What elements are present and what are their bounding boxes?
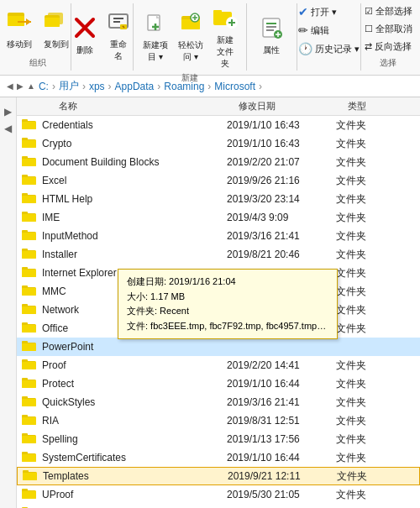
tooltip-size: 大小: 1.17 MB — [127, 290, 328, 305]
folder-icon — [22, 154, 39, 170]
table-row[interactable]: IME2019/4/3 9:09文件夹 — [17, 208, 420, 227]
folder-icon — [22, 118, 39, 134]
file-type: 文件夹 — [336, 377, 420, 391]
ribbon-content: 移动到 复制到 组织 — [0, 3, 420, 71]
file-name: Templates — [43, 470, 228, 482]
table-row[interactable]: Excel2019/9/26 21:16文件夹 — [17, 171, 420, 190]
back-arrow[interactable]: ◀ — [7, 81, 13, 91]
file-name: Protect — [42, 378, 227, 390]
address-xps[interactable]: xps — [89, 81, 105, 92]
rename-button[interactable]: 重命名 — [103, 8, 134, 65]
tooltip-recent: 文件夹: Recent — [127, 304, 328, 319]
copy-button[interactable]: 复制到 — [39, 8, 73, 53]
table-row[interactable]: QuickStyles2019/3/16 21:41文件夹 — [17, 393, 420, 411]
file-name: QuickStyles — [42, 396, 227, 408]
table-row[interactable]: Protect2019/1/10 16:44文件夹 — [17, 374, 420, 393]
table-row[interactable]: InputMethod2019/3/16 21:41文件夹 — [17, 227, 420, 245]
folder-icon — [22, 136, 39, 152]
move-icon — [6, 10, 33, 37]
file-name: HTML Help — [42, 193, 227, 205]
col-header-type[interactable]: 类型 — [344, 100, 420, 113]
svg-rect-31 — [266, 29, 274, 31]
svg-rect-46 — [22, 177, 36, 185]
new-folder-icon — [212, 6, 239, 33]
col-header-date[interactable]: 修改日期 — [235, 100, 344, 113]
file-type: 文件夹 — [336, 118, 420, 133]
table-row[interactable]: Document Building Blocks2019/2/20 21:07文… — [17, 153, 420, 171]
easy-access-button[interactable]: 轻松访问 ▾ — [175, 10, 207, 65]
svg-rect-94 — [23, 473, 37, 480]
sidebar-collapse-arrow[interactable]: ◀ — [4, 123, 12, 134]
file-date: 2019/1/10 16:43 — [227, 119, 336, 131]
select-all-icon: ☑ — [365, 6, 373, 17]
file-name: Crypto — [42, 138, 227, 149]
properties-buttons: 属性 — [253, 3, 290, 69]
file-date: 2019/3/20 23:14 — [227, 193, 336, 205]
select-all-button[interactable]: ☑ 全部选择 — [361, 3, 416, 19]
svg-rect-88 — [22, 436, 36, 443]
table-row[interactable]: HTML Help2019/3/20 23:14文件夹 — [17, 190, 420, 208]
table-row[interactable]: Spelling2019/1/13 17:56文件夹 — [17, 430, 420, 448]
svg-rect-55 — [22, 233, 36, 240]
properties-label: 属性 — [263, 45, 280, 56]
new-item-button[interactable]: 新建项目 ▾ — [139, 10, 171, 65]
address-bar: ◀ ▶ ▲ C: › 用户 › xps › AppData › Roaming … — [0, 76, 420, 97]
open-button[interactable]: ✔ 打开 ▾ — [295, 3, 363, 20]
table-row[interactable]: Proof2019/2/20 14:41文件夹 — [17, 356, 420, 374]
folder-icon — [22, 432, 39, 448]
table-row[interactable]: UProof2019/5/30 21:05文件夹 — [17, 485, 420, 504]
svg-rect-30 — [266, 26, 276, 28]
folder-icon — [22, 302, 39, 318]
file-date: 2019/1/10 16:44 — [227, 378, 336, 390]
folder-icon — [22, 505, 39, 509]
deselect-icon: ☐ — [365, 24, 373, 34]
invert-select-button[interactable]: ⇄ 反向选择 — [361, 39, 416, 55]
file-date: 2019/3/16 21:41 — [227, 396, 336, 408]
address-appdata[interactable]: AppData — [115, 81, 155, 92]
forward-arrow[interactable]: ▶ — [17, 81, 24, 91]
delete-button[interactable]: 删除 — [70, 13, 100, 59]
address-users[interactable]: 用户 — [59, 79, 79, 93]
folder-icon — [23, 469, 39, 484]
folder-icon — [22, 321, 39, 337]
table-row[interactable]: Credentials2019/1/10 16:43文件夹 — [17, 116, 420, 134]
table-row[interactable]: Vault2019/1/10 16:45文件夹 — [17, 504, 420, 508]
col-header-name[interactable]: 名称 — [17, 100, 235, 113]
up-arrow[interactable]: ▲ — [27, 81, 35, 91]
table-row[interactable]: RIA2019/8/31 12:51文件夹 — [17, 411, 420, 430]
table-row[interactable]: SystemCertificates2019/1/10 16:44文件夹 — [17, 448, 420, 467]
file-type: 文件夹 — [336, 155, 420, 170]
svg-rect-49 — [22, 196, 36, 203]
svg-rect-76 — [22, 362, 36, 369]
new-folder-button[interactable]: 新建文件夹 — [210, 3, 240, 72]
history-button[interactable]: 🕐 历史记录 ▾ — [295, 40, 363, 57]
file-type: 文件夹 — [336, 359, 420, 373]
table-row[interactable]: Installer2019/8/21 20:46文件夹 — [17, 245, 420, 264]
rename-label: 重命名 — [107, 39, 130, 62]
deselect-all-button[interactable]: ☐ 全部取消 — [361, 21, 416, 37]
svg-rect-3 — [18, 21, 31, 23]
edit-doc-button[interactable]: ✏ 编辑 — [295, 22, 363, 39]
easy-access-label: 轻松访问 ▾ — [178, 39, 203, 63]
file-name: PowerPoint — [42, 341, 227, 353]
edit-doc-icon: ✏ — [298, 24, 308, 37]
open-label: 打开 ▾ — [311, 6, 337, 18]
new-buttons: 新建项目 ▾ 轻松访问 ▾ — [139, 3, 240, 72]
table-row[interactable]: PowerPoint — [17, 338, 420, 356]
table-row[interactable]: Templates2019/9/21 12:11文件夹 — [17, 467, 420, 485]
address-roaming[interactable]: Roaming — [164, 81, 204, 92]
address-drive[interactable]: C: — [39, 81, 49, 92]
table-row[interactable]: Crypto2019/1/10 16:43文件夹 — [17, 134, 420, 153]
open-column: ✔ 打开 ▾ ✏ 编辑 🕐 历史记录 ▾ — [295, 3, 363, 57]
folder-icon — [22, 247, 39, 263]
file-type: 文件夹 — [336, 174, 420, 188]
move-button[interactable]: 移动到 — [3, 8, 36, 53]
file-name: IME — [42, 212, 227, 223]
file-type: 文件夹 — [336, 414, 420, 428]
folder-icon — [22, 210, 39, 226]
properties-button[interactable]: 属性 — [253, 13, 290, 59]
edit-doc-label: 编辑 — [311, 24, 329, 37]
sidebar-expand-arrow[interactable]: ▶ — [4, 106, 12, 118]
svg-rect-73 — [22, 343, 36, 351]
address-microsoft[interactable]: Microsoft — [214, 81, 255, 92]
